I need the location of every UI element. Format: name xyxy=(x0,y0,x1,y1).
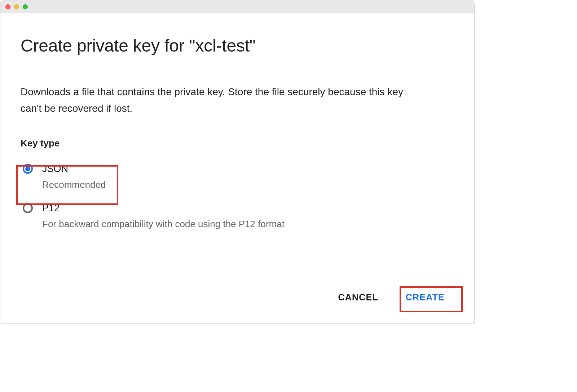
radio-option-json[interactable]: JSON Recommended xyxy=(21,158,454,198)
radio-sublabel-json: Recommended xyxy=(42,179,106,191)
maximize-icon[interactable] xyxy=(23,4,28,9)
radio-sublabel-p12: For backward compatibility with code usi… xyxy=(42,218,285,230)
dialog-content: Create private key for "xcl-test" Downlo… xyxy=(0,13,474,323)
key-type-label: Key type xyxy=(21,138,454,149)
radio-button-icon xyxy=(23,203,33,213)
dialog-title: Create private key for "xcl-test" xyxy=(21,36,454,56)
radio-label-block: P12 For backward compatibility with code… xyxy=(42,202,285,230)
radio-label-block: JSON Recommended xyxy=(42,163,106,191)
create-button[interactable]: CREATE xyxy=(393,286,457,308)
radio-label-p12: P12 xyxy=(42,202,285,215)
dialog-button-row: CANCEL CREATE xyxy=(328,286,457,308)
cancel-button[interactable]: CANCEL xyxy=(328,286,388,308)
dialog-window: Create private key for "xcl-test" Downlo… xyxy=(0,0,475,324)
close-icon[interactable] xyxy=(5,4,10,9)
dialog-description: Downloads a file that contains the priva… xyxy=(21,84,424,117)
key-type-radio-group: JSON Recommended P12 For backward compat… xyxy=(21,158,454,237)
window-titlebar xyxy=(0,0,474,13)
minimize-icon[interactable] xyxy=(14,4,19,9)
radio-option-p12[interactable]: P12 For backward compatibility with code… xyxy=(21,198,454,237)
radio-label-json: JSON xyxy=(42,163,106,175)
radio-button-icon xyxy=(23,164,33,174)
